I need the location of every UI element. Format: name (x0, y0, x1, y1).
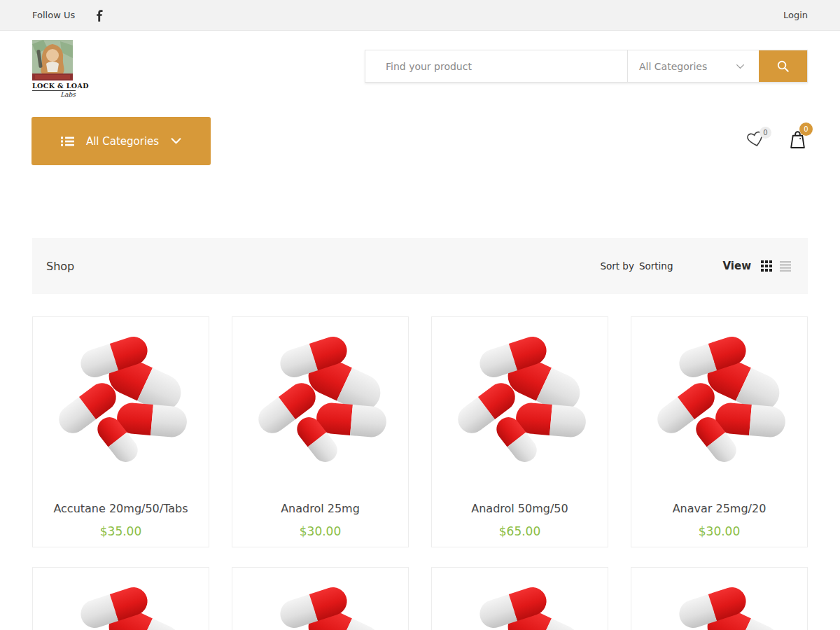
product-name[interactable]: Anavar 25mg/20 (631, 502, 807, 515)
product-card[interactable]: Anadrol 50mg/50 $65.00 (431, 316, 608, 547)
sort-select[interactable]: Sorting (639, 260, 673, 272)
product-price: $65.00 (432, 524, 608, 538)
list-bullets-icon (61, 136, 74, 147)
view-label: View (722, 260, 751, 272)
follow-us-label: Follow Us (32, 10, 75, 20)
product-card[interactable]: Anavar 25mg/20 $30.00 (631, 316, 808, 547)
all-categories-label: All Categories (86, 135, 159, 148)
cart-button[interactable]: 0 (788, 129, 809, 151)
product-price: $35.00 (33, 524, 209, 538)
topbar: Follow Us Login (0, 0, 840, 31)
product-image-capsules (631, 568, 808, 630)
product-name[interactable]: Accutane 20mg/50/Tabs (33, 502, 209, 515)
chevron-down-icon (736, 64, 745, 69)
logo-image (32, 40, 73, 80)
product-image-capsules (631, 317, 808, 499)
product-grid: Accutane 20mg/50/Tabs $35.00 Anadrol 25m… (32, 316, 808, 630)
product-image-capsules (432, 317, 608, 499)
product-image-capsules (232, 317, 409, 499)
logo-subtitle: Labs (32, 90, 76, 98)
product-card-partial[interactable] (631, 567, 808, 630)
search-button[interactable] (759, 50, 807, 82)
logo-name: LOCK & LOAD (32, 82, 76, 90)
all-categories-button[interactable]: All Categories (31, 117, 211, 165)
product-name[interactable]: Anadrol 50mg/50 (432, 502, 608, 515)
product-price: $30.00 (631, 524, 807, 538)
search-icon (776, 59, 790, 73)
grid-view-icon[interactable] (761, 260, 772, 272)
wishlist-count-badge: 0 (760, 127, 771, 139)
list-view-icon[interactable] (780, 261, 791, 272)
login-link[interactable]: Login (783, 10, 808, 20)
product-name[interactable]: Anadrol 25mg (232, 502, 408, 515)
site-logo[interactable]: LOCK & LOAD Labs (32, 40, 76, 98)
product-image-capsules (232, 568, 409, 630)
shop-page: Follow Us Login LOCK & LOAD Labs (0, 0, 840, 630)
sort-by-label: Sort by (600, 260, 634, 272)
product-search-bar: All Categories (365, 50, 808, 83)
search-category-value: All Categories (639, 61, 707, 72)
search-category-select[interactable]: All Categories (627, 50, 759, 82)
cart-count-badge: 0 (799, 122, 813, 136)
chevron-down-icon (171, 138, 181, 144)
product-card[interactable]: Anadrol 25mg $30.00 (232, 316, 409, 547)
product-card-partial[interactable] (32, 567, 209, 630)
product-card-partial[interactable] (232, 567, 409, 630)
shop-toolbar: Shop Sort by Sorting View (32, 238, 808, 294)
facebook-icon[interactable] (94, 10, 104, 21)
product-price: $30.00 (232, 524, 408, 538)
search-input[interactable] (365, 50, 627, 82)
product-image-capsules (33, 317, 209, 499)
wishlist-button[interactable]: 0 (746, 130, 767, 151)
product-image-capsules (33, 568, 209, 630)
product-card-partial[interactable] (431, 567, 608, 630)
product-image-capsules (432, 568, 608, 630)
product-card[interactable]: Accutane 20mg/50/Tabs $35.00 (32, 316, 209, 547)
page-title: Shop (46, 260, 74, 273)
